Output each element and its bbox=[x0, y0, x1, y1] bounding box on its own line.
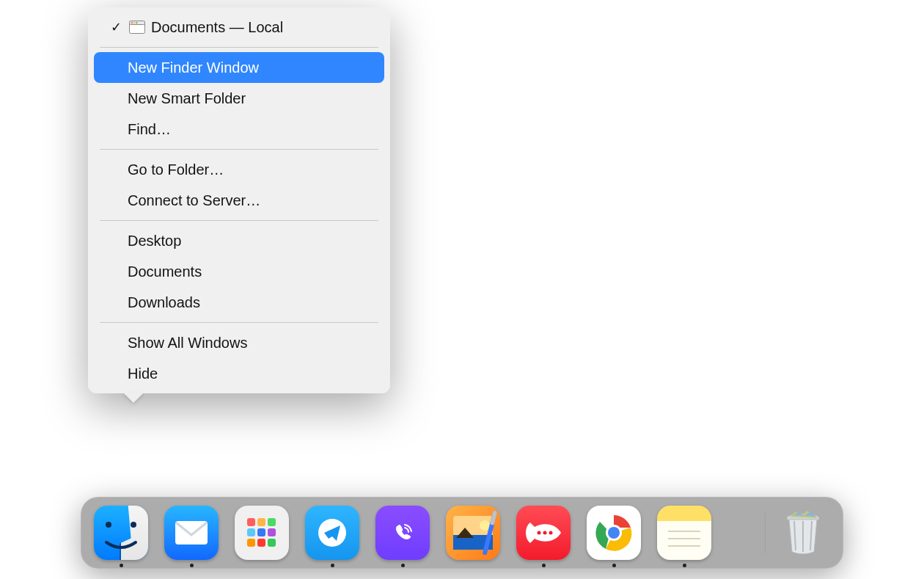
svg-point-3 bbox=[133, 22, 135, 23]
svg-point-23 bbox=[538, 531, 541, 535]
svg-point-28 bbox=[608, 527, 620, 539]
dock-app-rocketchat[interactable] bbox=[516, 506, 571, 560]
menu-separator bbox=[100, 149, 378, 150]
mail-icon bbox=[164, 506, 219, 560]
menu-hide[interactable]: Hide bbox=[94, 358, 384, 389]
dock bbox=[81, 497, 843, 569]
menu-connect-to-server[interactable]: Connect to Server… bbox=[94, 185, 384, 216]
finder-window-icon bbox=[126, 21, 148, 34]
dock-app-viber[interactable] bbox=[375, 506, 430, 560]
finder-dock-context-menu: ✓ Documents — Local New Finder Window Ne… bbox=[88, 7, 390, 393]
dock-app-mail[interactable] bbox=[164, 506, 219, 560]
svg-point-6 bbox=[131, 522, 136, 528]
dock-app-notes[interactable] bbox=[657, 506, 711, 560]
menu-item-label: New Smart Folder bbox=[106, 90, 373, 107]
svg-rect-10 bbox=[268, 518, 276, 526]
imovie-icon bbox=[446, 506, 500, 560]
menu-separator bbox=[100, 47, 378, 48]
dock-app-telegram[interactable] bbox=[305, 506, 359, 560]
menu-new-finder-window[interactable]: New Finder Window bbox=[94, 52, 384, 83]
svg-rect-14 bbox=[247, 539, 255, 547]
dock-app-chrome[interactable] bbox=[587, 506, 641, 560]
svg-point-24 bbox=[543, 531, 547, 535]
rocketchat-icon bbox=[516, 506, 571, 560]
dock-separator bbox=[765, 512, 766, 553]
menu-item-label: Downloads bbox=[106, 294, 373, 311]
svg-point-5 bbox=[106, 522, 111, 528]
notes-icon bbox=[657, 506, 711, 560]
svg-rect-16 bbox=[268, 539, 276, 547]
dock-app-imovie[interactable] bbox=[446, 506, 500, 560]
menu-open-window-documents[interactable]: ✓ Documents — Local bbox=[94, 12, 384, 43]
menu-item-label: Hide bbox=[106, 365, 373, 382]
svg-rect-8 bbox=[247, 518, 255, 526]
menu-item-label: Find… bbox=[106, 121, 373, 138]
svg-point-20 bbox=[480, 520, 490, 531]
svg-point-25 bbox=[549, 531, 553, 535]
svg-point-4 bbox=[136, 22, 137, 23]
menu-item-label: New Finder Window bbox=[106, 59, 373, 76]
menu-new-smart-folder[interactable]: New Smart Folder bbox=[94, 83, 384, 114]
chrome-icon bbox=[587, 506, 641, 560]
menu-separator bbox=[100, 322, 378, 323]
viber-icon bbox=[375, 506, 430, 560]
menu-open-window-label: Documents — Local bbox=[151, 19, 373, 36]
running-indicator-icon bbox=[331, 564, 334, 567]
menu-item-label: Go to Folder… bbox=[106, 161, 373, 178]
menu-go-to-folder[interactable]: Go to Folder… bbox=[94, 154, 384, 185]
svg-point-2 bbox=[131, 22, 133, 23]
menu-separator bbox=[100, 220, 378, 221]
running-indicator-icon bbox=[120, 564, 123, 567]
running-indicator-icon bbox=[683, 564, 686, 567]
svg-rect-12 bbox=[257, 528, 265, 536]
running-indicator-icon bbox=[190, 564, 194, 567]
menu-item-label: Desktop bbox=[106, 233, 373, 250]
dock-app-finder[interactable] bbox=[94, 506, 148, 560]
running-indicator-icon bbox=[401, 564, 405, 567]
finder-icon bbox=[94, 506, 148, 560]
menu-item-label: Documents bbox=[106, 263, 373, 280]
menu-show-all-windows[interactable]: Show All Windows bbox=[94, 327, 384, 358]
menu-item-label: Show All Windows bbox=[106, 335, 373, 352]
launchpad-icon bbox=[235, 506, 289, 560]
running-indicator-icon bbox=[612, 564, 616, 567]
dock-trash[interactable] bbox=[776, 506, 830, 560]
menu-place-desktop[interactable]: Desktop bbox=[94, 225, 384, 256]
running-indicator-icon bbox=[542, 564, 546, 567]
svg-rect-15 bbox=[257, 539, 265, 547]
dock-apps bbox=[94, 506, 760, 560]
menu-item-label: Connect to Server… bbox=[106, 192, 373, 209]
svg-rect-11 bbox=[247, 528, 255, 536]
dock-app-launchpad[interactable] bbox=[235, 506, 289, 560]
menu-find[interactable]: Find… bbox=[94, 114, 384, 145]
menu-place-documents[interactable]: Documents bbox=[94, 256, 384, 287]
telegram-icon bbox=[305, 506, 359, 560]
svg-rect-13 bbox=[268, 528, 276, 536]
trash-full-icon bbox=[782, 509, 824, 556]
svg-rect-9 bbox=[257, 518, 265, 526]
checkmark-icon: ✓ bbox=[106, 19, 126, 35]
menu-place-downloads[interactable]: Downloads bbox=[94, 287, 384, 318]
